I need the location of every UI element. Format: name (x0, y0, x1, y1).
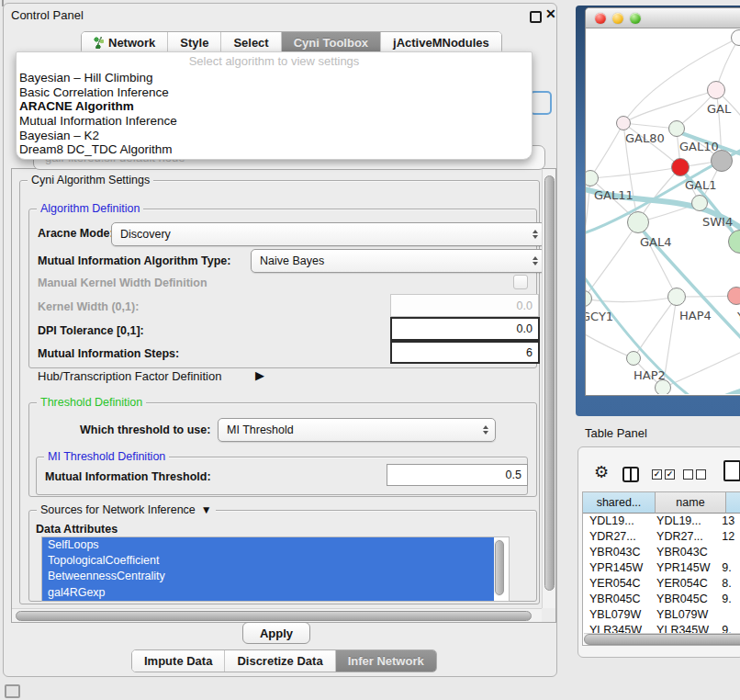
attribute-item[interactable]: TopologicalCoefficient (42, 553, 494, 569)
mi-type-label: Mutual Information Algorithm Type: (38, 254, 230, 267)
tab-select[interactable]: Select (221, 32, 281, 53)
table-cell: YBR043C (650, 545, 715, 560)
settings-vertical-scrollbar[interactable] (542, 169, 555, 608)
unchecked-box-icon[interactable] (683, 469, 693, 480)
node-label: GCY1 (586, 310, 613, 323)
table-cell: YPR145W (650, 560, 715, 576)
node-label: HAP4 (679, 309, 712, 322)
table-row[interactable]: YDR27...YDR27...12 (583, 529, 740, 545)
dpi-tolerance-field[interactable]: 0.0 (390, 317, 540, 341)
network-node-y[interactable] (727, 287, 740, 305)
network-window-titlebar[interactable] (586, 8, 740, 28)
minimize-traffic-light-icon[interactable] (612, 13, 623, 24)
sources-group-title: Sources for Network Inference ▼ (37, 503, 216, 516)
tab-impute-data[interactable]: Impute Data (132, 650, 225, 672)
table-row[interactable]: YPR145WYPR145W9. (583, 560, 740, 576)
column-header-shared...[interactable]: shared... (583, 492, 656, 514)
settings-horizontal-scrollbar[interactable] (12, 608, 542, 622)
algorithm-option[interactable]: Bayesian – K2 (17, 129, 532, 143)
tab-infer-network[interactable]: Infer Network (336, 650, 436, 672)
table-panel-title: Table Panel (585, 426, 647, 440)
table-row[interactable]: YER054CYER054C8. (583, 576, 740, 592)
network-node-gal10[interactable] (668, 120, 685, 137)
node-table: shared...name YDL19...YDL19...13YDR27...… (582, 491, 740, 646)
network-window: GALGAL80GAL10GAL1GAL11SWI4GAL4GCY1HAP4YH… (585, 7, 740, 396)
attributes-scrollbar[interactable] (494, 539, 503, 596)
document-icon[interactable] (723, 460, 740, 481)
expand-arrow-icon[interactable]: ▶ (255, 368, 264, 382)
collapsed-panel-icon[interactable] (5, 684, 20, 698)
hub-definition-label[interactable]: Hub/Transcription Factor Definition (38, 369, 221, 383)
table-row[interactable]: YDL19...YDL19...13 (583, 514, 740, 529)
tab-discretize-data[interactable]: Discretize Data (225, 650, 335, 672)
network-node-hap4[interactable] (667, 288, 686, 306)
tab-network[interactable]: Network (82, 32, 168, 53)
close-icon[interactable]: ✕ (545, 6, 556, 21)
network-node[interactable] (655, 379, 671, 394)
network-node-hap2[interactable] (626, 351, 641, 366)
tab-cyni-toolbox[interactable]: Cyni Toolbox (282, 32, 381, 53)
stepper-arrows-icon (483, 425, 488, 435)
network-edge[interactable] (590, 123, 623, 178)
focused-combo-button[interactable] (530, 91, 552, 115)
tab-label: jActiveMNodules (393, 36, 489, 50)
column-header-clipped[interactable] (726, 492, 740, 514)
algorithm-option[interactable]: Mutual Information Inference (17, 114, 532, 129)
data-attributes-list[interactable]: SelfLoopsTopologicalCoefficientBetweenne… (41, 536, 510, 602)
network-edge[interactable] (586, 222, 638, 299)
network-node-gal1[interactable] (671, 158, 690, 176)
attribute-item[interactable]: gal4RGexp (42, 585, 494, 601)
algorithm-option[interactable]: Bayesian – Hill Climbing (17, 71, 532, 85)
split-columns-icon[interactable] (622, 467, 639, 482)
attribute-item[interactable]: SelfLoops (42, 537, 494, 553)
apply-button[interactable]: Apply (242, 622, 310, 644)
table-row[interactable]: YBR045CYBR045C9. (583, 592, 740, 607)
gear-icon[interactable]: ⚙ (594, 462, 609, 482)
mi-threshold-field[interactable]: 0.5 (387, 464, 528, 486)
table-horizontal-scrollbar[interactable] (584, 633, 740, 644)
algorithm-option[interactable]: ARACNE Algorithm (17, 99, 532, 114)
collapse-arrow-icon[interactable]: ▼ (201, 503, 212, 516)
algorithm-dropdown-popup: Select algorithm to view settings Bayesi… (16, 51, 533, 160)
network-node-gal[interactable] (707, 81, 725, 99)
kernel-width-field[interactable]: 0.0 (390, 294, 539, 317)
node-label: SWI4 (702, 215, 733, 229)
node-label: GAL11 (594, 188, 633, 202)
table-row[interactable]: YBL079WYBL079W (583, 607, 740, 623)
manual-kernel-checkbox[interactable] (513, 275, 528, 289)
algorithm-option[interactable]: Dream8 DC_TDC Algorithm (17, 142, 532, 157)
close-traffic-light-icon[interactable] (595, 13, 606, 24)
network-edge[interactable] (623, 90, 716, 123)
attribute-item[interactable]: BetweennessCentrality (42, 569, 494, 584)
tab-style[interactable]: Style (168, 32, 221, 53)
table-row[interactable]: YBR043CYBR043C (583, 545, 740, 560)
network-node-swi4[interactable] (691, 195, 708, 211)
column-header-name[interactable]: name (656, 492, 726, 514)
unchecked-box-icon[interactable] (696, 469, 706, 480)
table-cell: 8. (715, 576, 740, 592)
table-cell: 13 (715, 514, 740, 529)
table-cell (715, 545, 740, 560)
kernel-width-label: Kernel Width (0,1): (38, 300, 139, 313)
dpi-tolerance-label: DPI Tolerance [0,1]: (38, 324, 144, 337)
stepper-arrows-icon (533, 256, 538, 265)
network-node-gal80[interactable] (616, 116, 631, 130)
tab-jactivemnodules[interactable]: jActiveMNodules (381, 32, 501, 53)
aracne-mode-select[interactable]: Discovery (111, 222, 545, 246)
node-label: GAL (707, 102, 731, 116)
control-panel-title: Control Panel (11, 8, 84, 22)
mi-steps-field[interactable]: 6 (390, 341, 540, 364)
table-cell: 9. (715, 592, 740, 607)
checked-box-icon[interactable]: ✓ (652, 469, 662, 480)
checked-box-icon[interactable]: ✓ (665, 469, 675, 480)
network-node-gal4[interactable] (627, 211, 649, 233)
table-cell (715, 607, 740, 623)
network-edge[interactable] (590, 167, 680, 178)
mi-type-select[interactable]: Naive Bayes (251, 249, 545, 273)
float-window-icon[interactable] (530, 11, 542, 23)
algorithm-option[interactable]: Basic Correlation Inference (17, 85, 532, 100)
zoom-traffic-light-icon[interactable] (630, 13, 641, 24)
network-canvas[interactable]: GALGAL80GAL10GAL1GAL11SWI4GAL4GCY1HAP4YH… (586, 28, 740, 394)
network-node[interactable] (711, 150, 733, 172)
which-threshold-select[interactable]: MI Threshold (218, 418, 496, 442)
